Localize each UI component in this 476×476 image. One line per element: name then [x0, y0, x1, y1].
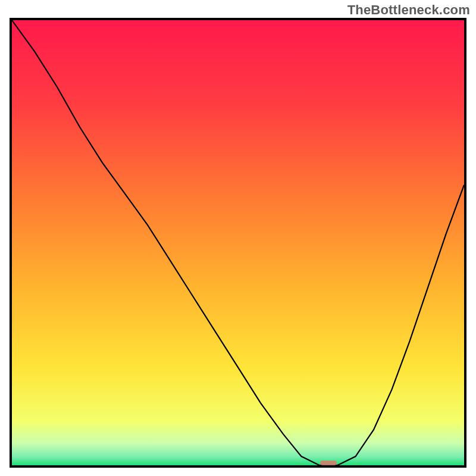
watermark-text: TheBottleneck.com: [347, 2, 470, 18]
plot-area: [12, 20, 464, 465]
chart-svg: [12, 20, 464, 465]
optimum-marker: [320, 461, 337, 465]
plot-frame: [10, 18, 466, 468]
root: TheBottleneck.com: [0, 0, 476, 476]
gradient-background: [12, 20, 464, 465]
